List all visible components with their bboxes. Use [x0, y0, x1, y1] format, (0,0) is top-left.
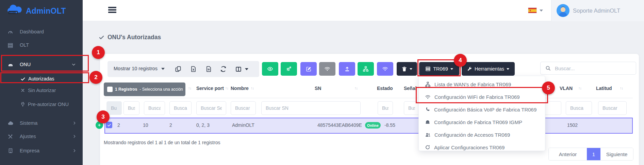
chevron-right-icon	[72, 134, 77, 138]
hamburger-menu-button[interactable]	[108, 7, 116, 14]
show-entries-dropdown[interactable]: Mostrar 10 registros	[114, 66, 165, 71]
table-info-text: Mostrando registros del 1 al 1 de un tot…	[104, 140, 220, 145]
sidebar-item-label: Empresa	[20, 148, 39, 153]
sort-icon: ↑↓	[225, 86, 228, 90]
menu-item-label: Configuración WiFi de Fabrica TR069	[434, 94, 520, 100]
language-flag-icon[interactable]	[528, 7, 537, 13]
language-caret-icon[interactable]	[540, 10, 543, 12]
sidebar-item-ajustes[interactable]: Ajustes	[0, 132, 83, 141]
pagination-next-button[interactable]: Siguiente	[600, 148, 633, 160]
trash-icon	[401, 66, 407, 72]
column-header-nombre[interactable]: Nombre	[231, 86, 249, 91]
cell-service-port: 0, 2, 3	[196, 122, 210, 128]
annotation-circle-5: 5	[542, 81, 555, 94]
column-visibility-button[interactable]	[235, 66, 242, 72]
sidebar-item-olt[interactable]: OLT	[0, 41, 83, 50]
menu-item-lista-wans[interactable]: Lista de WAN's de Fabrica TR069	[419, 78, 546, 90]
menu-item-label: Configuración de Accesos TR069	[434, 132, 510, 138]
filter-input-col3[interactable]	[169, 101, 192, 115]
sidebar-item-label: Autorizadas	[28, 76, 54, 81]
columns-caret-icon[interactable]	[245, 68, 248, 70]
filter-input-estado[interactable]	[378, 101, 393, 115]
network-button[interactable]	[358, 62, 374, 76]
cell-senal: -8.55	[384, 122, 395, 128]
sort-icon: ↑↓	[620, 86, 623, 90]
menu-item-aplicar-config[interactable]: Aplicar Configuraciones TR069	[419, 141, 546, 153]
menu-item-config-accesos[interactable]: Configuración de Accesos TR069	[419, 129, 546, 141]
filter-input-service-port[interactable]	[196, 101, 226, 115]
menu-item-config-voip[interactable]: Configuración Básica VoIP de Fabrica TR0…	[419, 103, 546, 116]
caret-down-icon	[450, 68, 453, 70]
brand-logo[interactable]	[6, 4, 24, 16]
filter-input-senal[interactable]	[404, 101, 419, 115]
sidebar-item-sistema[interactable]: Sistema	[0, 119, 83, 128]
delete-dropdown-button[interactable]	[397, 62, 417, 76]
refresh-button[interactable]	[220, 66, 227, 72]
status-badge: Online	[365, 122, 381, 129]
sitemap-icon	[363, 66, 369, 72]
search-input[interactable]	[554, 65, 631, 72]
column-header-latitud[interactable]: Latitud	[596, 86, 612, 91]
column-header-estado[interactable]: Estado	[377, 86, 393, 91]
sort-icon: ↑↓	[251, 86, 254, 90]
brand-name: AdminOLT	[26, 6, 66, 16]
export-excel-button[interactable]	[190, 66, 197, 72]
column-header-senal[interactable]: Señal	[404, 86, 416, 91]
copy-button[interactable]	[175, 66, 181, 72]
cell-col1: 2	[117, 122, 120, 128]
caret-down-icon	[507, 68, 509, 70]
filter-input-latitud[interactable]	[598, 101, 627, 115]
router-icon	[7, 62, 14, 68]
filter-input-col1[interactable]	[123, 101, 139, 115]
column-header-service-port[interactable]: Service port	[196, 86, 224, 91]
edit-icon	[306, 66, 312, 72]
select-action-label: - Selecciona una acción	[139, 87, 183, 92]
sidebar-item-label: Sistema	[20, 120, 37, 126]
sort-icon: ↑↓	[578, 86, 581, 90]
select-action-button[interactable]: 1 Registros - Selecciona una acción	[104, 82, 185, 96]
table-search	[540, 62, 636, 75]
tr069-dropdown-button[interactable]: TR069	[419, 62, 459, 76]
sitemap-icon	[425, 81, 431, 87]
filter-input-sn[interactable]	[261, 101, 361, 115]
chevron-right-icon	[72, 149, 77, 153]
filter-input-nombre[interactable]	[231, 101, 256, 115]
sidebar-item-label: OLT	[20, 42, 29, 48]
sidebar-item-empresa[interactable]: Empresa	[0, 147, 83, 155]
edit-button[interactable]	[300, 62, 317, 76]
select-all-checkbox[interactable]	[107, 87, 113, 92]
sidebar-item-onu[interactable]: ONU	[0, 60, 83, 69]
column-header-sn[interactable]: SN	[315, 86, 321, 91]
sidebar-item-autorizadas[interactable]: Autorizadas	[0, 75, 83, 84]
plus-icon	[97, 123, 101, 127]
menu-item-config-wifi[interactable]: Configuración WiFi de Fabrica TR069	[419, 91, 546, 103]
gears-icon	[286, 66, 292, 72]
column-header-vlan[interactable]: VLAN	[560, 86, 573, 91]
filter-input-vlan[interactable]	[566, 101, 592, 115]
eye-icon	[267, 66, 273, 72]
settings-button[interactable]	[281, 62, 297, 76]
wifi-disabled-button[interactable]	[319, 62, 335, 76]
sidebar-item-pre-autorizar[interactable]: Pre-autorizar ONU	[0, 100, 83, 109]
export-file-button[interactable]	[205, 66, 212, 72]
pagination-prev-button[interactable]: Anterior	[549, 148, 587, 160]
herramientas-dropdown-button[interactable]: Herramientas	[462, 62, 515, 76]
wifi-config-button[interactable]	[377, 62, 393, 76]
cell-sn: 48575443EAB6409E	[317, 122, 362, 128]
wrench-icon	[467, 66, 472, 72]
cell-col2: 10	[143, 122, 148, 128]
user-avatar[interactable]	[557, 4, 569, 17]
sidebar-item-sin-autorizar[interactable]: Sin Autorizar	[0, 86, 83, 95]
sidebar-item-dashboard[interactable]: Dashboard	[0, 28, 83, 36]
header-divider	[104, 98, 633, 98]
filter-input-col2[interactable]	[144, 101, 165, 115]
menu-item-config-igmp[interactable]: Configuración de Fabrica TR069 IGMP	[419, 116, 546, 128]
upload-button[interactable]	[339, 62, 355, 76]
pagination-page-1[interactable]: 1	[587, 148, 600, 160]
caret-down-icon	[161, 68, 165, 70]
wifi-icon	[382, 66, 388, 72]
copy-icon	[175, 66, 181, 72]
row-checkbox[interactable]	[106, 122, 112, 128]
view-button[interactable]	[262, 62, 278, 76]
user-name[interactable]: Soporte AdminOLT	[573, 7, 620, 14]
